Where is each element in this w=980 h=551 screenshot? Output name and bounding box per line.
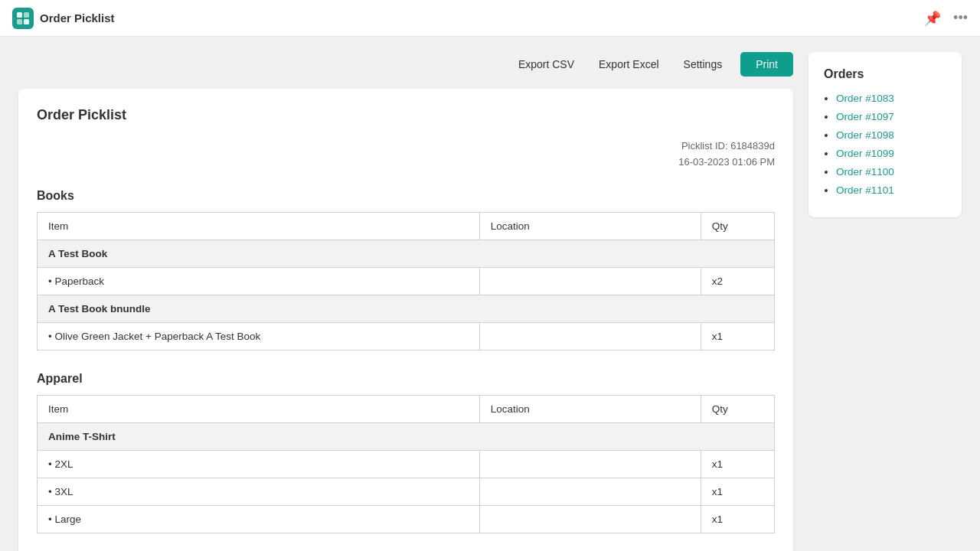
svg-rect-0 (17, 12, 22, 18)
books-table: Item Location Qty A Test Book • Paperbac… (37, 212, 775, 350)
toolbar: Export CSV Export Excel Settings Print (18, 52, 793, 77)
svg-rect-1 (24, 12, 29, 18)
export-csv-button[interactable]: Export CSV (512, 55, 580, 73)
list-item: Order #1099 (836, 147, 946, 159)
item-qty: x2 (701, 267, 774, 295)
apparel-col-item: Item (38, 395, 480, 422)
order-link[interactable]: Order #1098 (836, 129, 894, 141)
pin-icon[interactable]: 📌 (924, 10, 941, 27)
list-item: Order #1098 (836, 129, 946, 141)
picklist-header: Picklist ID: 6184839d 16-03-2023 01:06 P… (37, 139, 775, 171)
item-qty: x1 (701, 505, 774, 533)
table-row: • Paperback x2 (38, 267, 775, 295)
item-desc: • Olive Green Jacket + Paperback A Test … (38, 322, 480, 350)
order-link[interactable]: Order #1099 (836, 148, 894, 159)
apparel-col-location: Location (479, 395, 701, 422)
table-row: • 2XL x1 (38, 450, 775, 478)
item-desc: • 3XL (38, 478, 480, 505)
content-wrapper: Export CSV Export Excel Settings Print O… (18, 52, 793, 551)
table-row: • Large x1 (38, 505, 775, 533)
svg-rect-2 (17, 19, 22, 24)
apparel-table: Item Location Qty Anime T-Shirt • 2XL x1 (37, 395, 775, 533)
export-excel-button[interactable]: Export Excel (593, 55, 665, 73)
svg-rect-3 (24, 19, 29, 24)
table-row: Anime T-Shirt (38, 422, 775, 450)
item-location (479, 267, 701, 295)
top-bar-actions: 📌 ••• (924, 10, 968, 27)
table-row: • Olive Green Jacket + Paperback A Test … (38, 322, 775, 350)
apparel-col-qty: Qty (701, 395, 774, 422)
books-col-item: Item (38, 212, 480, 240)
section-title-books: Books (37, 189, 775, 203)
order-link[interactable]: Order #1083 (836, 93, 894, 104)
sidebar-title: Orders (824, 67, 946, 81)
group-name: A Test Book (38, 240, 775, 267)
group-name: A Test Book bnundle (38, 295, 775, 322)
order-link[interactable]: Order #1097 (836, 111, 894, 122)
section-title-apparel: Apparel (37, 372, 775, 386)
content-card: Order Picklist Picklist ID: 6184839d 16-… (18, 89, 793, 551)
settings-button[interactable]: Settings (678, 55, 729, 73)
page-title: Order Picklist (37, 107, 775, 123)
list-item: Order #1101 (836, 184, 946, 196)
app-logo: Order Picklist (12, 8, 115, 29)
item-location (479, 450, 701, 478)
group-name: Anime T-Shirt (38, 422, 775, 450)
item-location (479, 322, 701, 350)
logo-icon (12, 8, 34, 29)
table-row: • 3XL x1 (38, 478, 775, 505)
item-desc: • 2XL (38, 450, 480, 478)
list-item: Order #1097 (836, 110, 946, 122)
table-row: A Test Book bnundle (38, 295, 775, 322)
app-title: Order Picklist (40, 11, 115, 24)
print-button[interactable]: Print (740, 52, 793, 77)
item-qty: x1 (701, 450, 774, 478)
books-col-qty: Qty (701, 212, 774, 240)
list-item: Order #1083 (836, 92, 946, 104)
order-link[interactable]: Order #1100 (836, 166, 894, 178)
orders-list: Order #1083 Order #1097 Order #1098 Orde… (824, 92, 946, 196)
table-row: A Test Book (38, 240, 775, 267)
item-desc: • Large (38, 505, 480, 533)
top-bar: Order Picklist 📌 ••• (0, 0, 980, 37)
item-desc: • Paperback (38, 267, 480, 295)
item-qty: x1 (701, 322, 774, 350)
item-location (479, 478, 701, 505)
order-link[interactable]: Order #1101 (836, 184, 894, 196)
item-qty: x1 (701, 478, 774, 505)
list-item: Order #1100 (836, 165, 946, 178)
books-col-location: Location (479, 212, 701, 240)
main-container: Export CSV Export Excel Settings Print O… (0, 37, 980, 551)
picklist-date: 16-03-2023 01:06 PM (37, 155, 775, 171)
orders-sidebar: Orders Order #1083 Order #1097 Order #10… (808, 52, 962, 217)
picklist-id: Picklist ID: 6184839d (37, 139, 775, 155)
item-location (479, 505, 701, 533)
more-icon[interactable]: ••• (953, 10, 968, 26)
